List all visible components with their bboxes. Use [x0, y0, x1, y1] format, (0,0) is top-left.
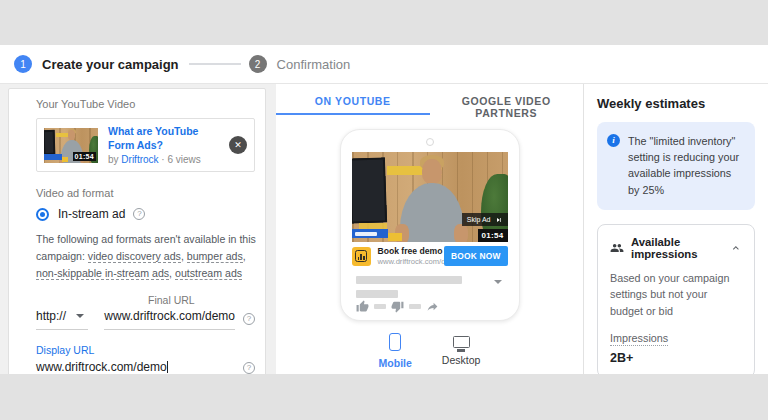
preview-duration-badge: 01:54 — [478, 229, 508, 242]
weekly-estimates-title: Weekly estimates — [597, 96, 755, 111]
letterbox-top — [0, 0, 768, 45]
ad-banner: Book free demo www.driftrock.com/demo BO… — [352, 242, 508, 270]
placeholder-bar — [356, 290, 398, 298]
video-duration-badge: 01:54 — [73, 152, 96, 161]
video-actions-placeholder — [356, 300, 439, 313]
device-mobile-toggle[interactable]: Mobile — [379, 333, 412, 369]
step-1-number: 1 — [14, 55, 32, 73]
selected-video-card: 01:54 What are YouTube Form Ads? by Drif… — [36, 118, 255, 172]
phone-mockup: Skip Ad 01:54 Book free demo www.driftro… — [340, 129, 520, 321]
display-url-row: www.driftrock.com/demo ? — [36, 360, 255, 374]
video-lower-third-accent — [62, 157, 68, 162]
ad-banner-url: www.driftrock.com/demo — [378, 257, 444, 266]
info-icon: i — [607, 134, 620, 147]
note-text: , — [181, 250, 187, 262]
help-icon[interactable]: ? — [243, 313, 255, 325]
step-2-number: 2 — [249, 55, 267, 73]
placeholder-count — [374, 304, 386, 309]
skip-next-icon — [495, 216, 503, 224]
help-icon[interactable]: ? — [243, 362, 255, 374]
available-impressions-card: Available impressions Based on your camp… — [597, 224, 755, 374]
url-scheme-dropdown[interactable]: http:// — [36, 309, 88, 330]
final-url-input[interactable]: www.driftrock.com/demo — [104, 309, 235, 330]
available-impressions-body: Based on your campaign settings but not … — [610, 270, 742, 320]
ad-format-link[interactable]: non-skippable in-stream ads — [36, 267, 169, 280]
display-url-input[interactable]: www.driftrock.com/demo — [36, 360, 235, 374]
ad-preview-panel: ON YOUTUBE GOOGLE VIDEO PARTNERS — [276, 84, 584, 374]
stepper-connector-line — [189, 63, 241, 65]
weekly-estimates-panel: Weekly estimates i The "limited inventor… — [584, 84, 768, 374]
device-desktop-toggle[interactable]: Desktop — [442, 333, 481, 369]
desktop-monitor-icon — [453, 336, 470, 348]
available-impressions-title: Available impressions — [631, 236, 730, 260]
tab-on-youtube[interactable]: ON YOUTUBE — [276, 84, 430, 113]
video-byline: by Driftrock · 6 views — [108, 154, 223, 165]
chevron-down-icon — [76, 314, 84, 318]
stepper-step-create-campaign[interactable]: 1 Create your campaign — [14, 55, 179, 73]
ad-banner-text: Book free demo www.driftrock.com/demo — [378, 246, 444, 267]
chevron-up-icon[interactable] — [730, 241, 742, 255]
in-stream-ad-label: In-stream ad — [58, 207, 125, 221]
step-1-label: Create your campaign — [42, 57, 179, 72]
step-2-label: Confirmation — [277, 57, 351, 72]
preview-video-player: Skip Ad 01:54 — [352, 152, 508, 242]
content-area: Your YouTube Video 01:54 What are Yo — [0, 84, 768, 374]
placeholder-count — [409, 304, 421, 309]
unavailable-formats-note: The following ad formats aren't availabl… — [36, 231, 258, 282]
in-stream-ad-radio[interactable] — [36, 208, 49, 221]
ad-format-link[interactable]: outstream ads — [175, 267, 242, 280]
limited-inventory-notice: i The "limited inventory" setting is red… — [597, 122, 755, 210]
video-ad-format-label: Video ad format — [36, 187, 255, 199]
screenshot-root: 1 Create your campaign 2 Confirmation Yo… — [0, 0, 768, 420]
video-lower-third-graphic — [44, 154, 62, 160]
display-url-label: Display URL — [36, 344, 255, 356]
phone-camera-dot — [426, 138, 434, 146]
available-impressions-header: Available impressions — [610, 236, 742, 260]
text-cursor — [167, 361, 168, 373]
thumb-up-icon — [356, 300, 369, 313]
in-stream-ad-option: In-stream ad ? — [36, 207, 255, 221]
video-lower-third-graphic — [352, 229, 388, 238]
mobile-label: Mobile — [379, 357, 412, 369]
skip-ad-button: Skip Ad — [462, 213, 508, 226]
remove-video-button[interactable]: ✕ — [229, 136, 247, 154]
share-icon — [426, 300, 439, 313]
final-url-row: http:// www.driftrock.com/demo ? — [36, 309, 255, 330]
advertiser-logo-icon — [352, 247, 371, 266]
youtube-video-section-label: Your YouTube Video — [36, 98, 255, 110]
stepper-step-confirmation[interactable]: 2 Confirmation — [249, 55, 351, 73]
impressions-term[interactable]: Impressions — [610, 332, 668, 346]
channel-link[interactable]: Driftrock — [121, 154, 158, 165]
help-icon[interactable]: ? — [133, 208, 145, 220]
chevron-down-icon — [494, 280, 502, 284]
letterbox-bottom — [0, 374, 768, 420]
note-text: , — [243, 250, 246, 262]
byline-views: · 6 views — [161, 154, 200, 165]
device-toggle: Mobile Desktop — [276, 333, 583, 369]
ad-setup-card: Your YouTube Video 01:54 What are Yo — [8, 88, 266, 374]
byline-prefix: by — [108, 154, 119, 165]
book-now-button: BOOK NOW — [444, 246, 508, 266]
campaign-stepper: 1 Create your campaign 2 Confirmation — [0, 45, 768, 84]
close-icon: ✕ — [234, 140, 242, 150]
placeholder-bar — [356, 276, 462, 284]
mobile-phone-icon — [389, 333, 401, 351]
preview-tabs: ON YOUTUBE GOOGLE VIDEO PARTNERS — [276, 84, 583, 113]
video-thumbnail: 01:54 — [44, 128, 98, 163]
ad-format-link[interactable]: video discovery ads — [88, 250, 181, 263]
url-scheme-value: http:// — [36, 309, 66, 323]
skip-ad-label: Skip Ad — [467, 216, 491, 223]
people-icon — [610, 241, 624, 255]
campaign-builder-app: 1 Create your campaign 2 Confirmation Yo… — [0, 45, 768, 374]
final-url-label: Final URL — [148, 294, 255, 306]
limited-inventory-text: The "limited inventory" setting is reduc… — [628, 133, 745, 198]
video-title-link[interactable]: What are YouTube Form Ads? — [108, 125, 223, 152]
impressions-value: 2B+ — [610, 351, 742, 365]
ad-banner-title: Book free demo — [378, 246, 444, 256]
ad-format-link[interactable]: bumper ads — [187, 250, 243, 263]
desktop-label: Desktop — [442, 354, 481, 366]
video-info: What are YouTube Form Ads? by Driftrock … — [108, 125, 223, 165]
thumb-down-icon — [391, 300, 404, 313]
tab-google-video-partners[interactable]: GOOGLE VIDEO PARTNERS — [430, 84, 584, 113]
video-title-placeholder — [356, 276, 504, 298]
